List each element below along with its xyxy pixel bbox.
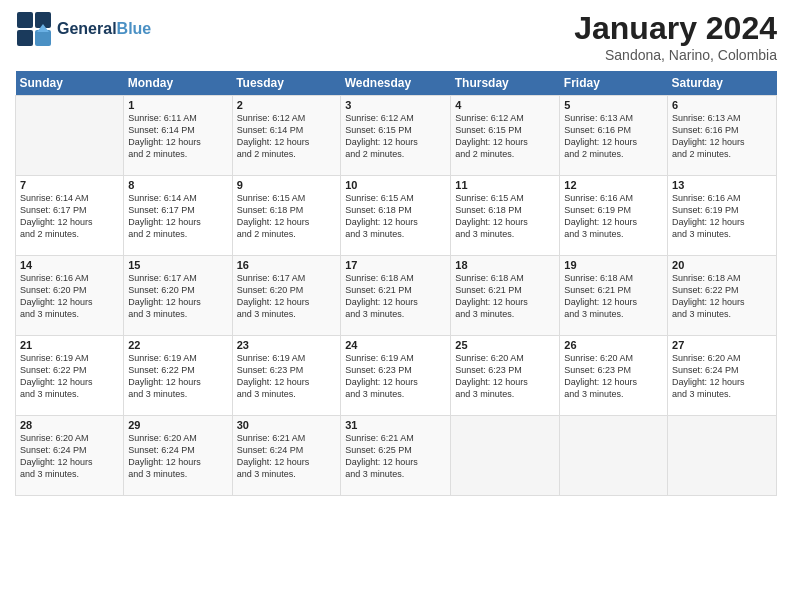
day-info: Sunrise: 6:14 AM Sunset: 6:17 PM Dayligh… — [128, 192, 227, 241]
day-info: Sunrise: 6:14 AM Sunset: 6:17 PM Dayligh… — [20, 192, 119, 241]
logo-blue: Blue — [117, 20, 152, 37]
day-info: Sunrise: 6:12 AM Sunset: 6:15 PM Dayligh… — [455, 112, 555, 161]
day-info: Sunrise: 6:16 AM Sunset: 6:19 PM Dayligh… — [564, 192, 663, 241]
calendar-cell — [16, 96, 124, 176]
calendar-cell: 22Sunrise: 6:19 AM Sunset: 6:22 PM Dayli… — [124, 336, 232, 416]
day-number: 14 — [20, 259, 119, 271]
logo-text-block: GeneralBlue — [57, 20, 151, 38]
calendar-cell — [668, 416, 777, 496]
calendar-cell: 31Sunrise: 6:21 AM Sunset: 6:25 PM Dayli… — [341, 416, 451, 496]
calendar-cell: 19Sunrise: 6:18 AM Sunset: 6:21 PM Dayli… — [560, 256, 668, 336]
day-info: Sunrise: 6:20 AM Sunset: 6:24 PM Dayligh… — [672, 352, 772, 401]
day-info: Sunrise: 6:17 AM Sunset: 6:20 PM Dayligh… — [128, 272, 227, 321]
col-sunday: Sunday — [16, 71, 124, 96]
col-wednesday: Wednesday — [341, 71, 451, 96]
day-number: 2 — [237, 99, 337, 111]
day-info: Sunrise: 6:20 AM Sunset: 6:24 PM Dayligh… — [128, 432, 227, 481]
day-number: 5 — [564, 99, 663, 111]
day-number: 6 — [672, 99, 772, 111]
calendar-cell: 25Sunrise: 6:20 AM Sunset: 6:23 PM Dayli… — [451, 336, 560, 416]
day-number: 25 — [455, 339, 555, 351]
calendar-cell: 21Sunrise: 6:19 AM Sunset: 6:22 PM Dayli… — [16, 336, 124, 416]
day-info: Sunrise: 6:20 AM Sunset: 6:24 PM Dayligh… — [20, 432, 119, 481]
day-info: Sunrise: 6:19 AM Sunset: 6:23 PM Dayligh… — [345, 352, 446, 401]
day-number: 7 — [20, 179, 119, 191]
day-info: Sunrise: 6:17 AM Sunset: 6:20 PM Dayligh… — [237, 272, 337, 321]
day-info: Sunrise: 6:20 AM Sunset: 6:23 PM Dayligh… — [455, 352, 555, 401]
day-number: 29 — [128, 419, 227, 431]
day-number: 24 — [345, 339, 446, 351]
calendar-cell: 3Sunrise: 6:12 AM Sunset: 6:15 PM Daylig… — [341, 96, 451, 176]
day-info: Sunrise: 6:21 AM Sunset: 6:24 PM Dayligh… — [237, 432, 337, 481]
day-number: 13 — [672, 179, 772, 191]
week-row-2: 14Sunrise: 6:16 AM Sunset: 6:20 PM Dayli… — [16, 256, 777, 336]
logo: GeneralBlue — [15, 10, 151, 48]
calendar-cell: 10Sunrise: 6:15 AM Sunset: 6:18 PM Dayli… — [341, 176, 451, 256]
day-info: Sunrise: 6:20 AM Sunset: 6:23 PM Dayligh… — [564, 352, 663, 401]
day-info: Sunrise: 6:15 AM Sunset: 6:18 PM Dayligh… — [237, 192, 337, 241]
calendar-cell: 18Sunrise: 6:18 AM Sunset: 6:21 PM Dayli… — [451, 256, 560, 336]
svg-rect-2 — [17, 30, 33, 46]
calendar-cell: 30Sunrise: 6:21 AM Sunset: 6:24 PM Dayli… — [232, 416, 341, 496]
calendar-cell: 11Sunrise: 6:15 AM Sunset: 6:18 PM Dayli… — [451, 176, 560, 256]
day-number: 28 — [20, 419, 119, 431]
day-info: Sunrise: 6:18 AM Sunset: 6:21 PM Dayligh… — [564, 272, 663, 321]
logo-icon — [15, 10, 53, 48]
month-title: January 2024 — [574, 10, 777, 47]
day-info: Sunrise: 6:18 AM Sunset: 6:21 PM Dayligh… — [345, 272, 446, 321]
day-number: 10 — [345, 179, 446, 191]
svg-rect-0 — [17, 12, 33, 28]
col-friday: Friday — [560, 71, 668, 96]
week-row-1: 7Sunrise: 6:14 AM Sunset: 6:17 PM Daylig… — [16, 176, 777, 256]
day-info: Sunrise: 6:11 AM Sunset: 6:14 PM Dayligh… — [128, 112, 227, 161]
day-number: 17 — [345, 259, 446, 271]
day-number: 9 — [237, 179, 337, 191]
calendar-cell: 28Sunrise: 6:20 AM Sunset: 6:24 PM Dayli… — [16, 416, 124, 496]
page-container: GeneralBlue January 2024 Sandona, Narino… — [0, 0, 792, 506]
calendar-cell: 27Sunrise: 6:20 AM Sunset: 6:24 PM Dayli… — [668, 336, 777, 416]
svg-marker-4 — [37, 32, 49, 44]
calendar-cell: 14Sunrise: 6:16 AM Sunset: 6:20 PM Dayli… — [16, 256, 124, 336]
day-info: Sunrise: 6:16 AM Sunset: 6:20 PM Dayligh… — [20, 272, 119, 321]
day-number: 20 — [672, 259, 772, 271]
day-info: Sunrise: 6:15 AM Sunset: 6:18 PM Dayligh… — [345, 192, 446, 241]
day-info: Sunrise: 6:12 AM Sunset: 6:15 PM Dayligh… — [345, 112, 446, 161]
header-row: Sunday Monday Tuesday Wednesday Thursday… — [16, 71, 777, 96]
calendar-cell: 2Sunrise: 6:12 AM Sunset: 6:14 PM Daylig… — [232, 96, 341, 176]
day-number: 27 — [672, 339, 772, 351]
header: GeneralBlue January 2024 Sandona, Narino… — [15, 10, 777, 63]
calendar-cell: 6Sunrise: 6:13 AM Sunset: 6:16 PM Daylig… — [668, 96, 777, 176]
day-number: 8 — [128, 179, 227, 191]
day-info: Sunrise: 6:13 AM Sunset: 6:16 PM Dayligh… — [672, 112, 772, 161]
title-block: January 2024 Sandona, Narino, Colombia — [574, 10, 777, 63]
day-info: Sunrise: 6:19 AM Sunset: 6:22 PM Dayligh… — [20, 352, 119, 401]
calendar-cell: 26Sunrise: 6:20 AM Sunset: 6:23 PM Dayli… — [560, 336, 668, 416]
calendar-table: Sunday Monday Tuesday Wednesday Thursday… — [15, 71, 777, 496]
calendar-cell — [560, 416, 668, 496]
day-info: Sunrise: 6:18 AM Sunset: 6:22 PM Dayligh… — [672, 272, 772, 321]
day-number: 19 — [564, 259, 663, 271]
col-thursday: Thursday — [451, 71, 560, 96]
col-saturday: Saturday — [668, 71, 777, 96]
calendar-cell: 8Sunrise: 6:14 AM Sunset: 6:17 PM Daylig… — [124, 176, 232, 256]
location-subtitle: Sandona, Narino, Colombia — [574, 47, 777, 63]
calendar-cell: 17Sunrise: 6:18 AM Sunset: 6:21 PM Dayli… — [341, 256, 451, 336]
day-info: Sunrise: 6:16 AM Sunset: 6:19 PM Dayligh… — [672, 192, 772, 241]
calendar-cell: 24Sunrise: 6:19 AM Sunset: 6:23 PM Dayli… — [341, 336, 451, 416]
calendar-cell — [451, 416, 560, 496]
week-row-4: 28Sunrise: 6:20 AM Sunset: 6:24 PM Dayli… — [16, 416, 777, 496]
day-number: 23 — [237, 339, 337, 351]
col-monday: Monday — [124, 71, 232, 96]
day-number: 1 — [128, 99, 227, 111]
day-number: 26 — [564, 339, 663, 351]
calendar-cell: 16Sunrise: 6:17 AM Sunset: 6:20 PM Dayli… — [232, 256, 341, 336]
calendar-cell: 29Sunrise: 6:20 AM Sunset: 6:24 PM Dayli… — [124, 416, 232, 496]
calendar-cell: 4Sunrise: 6:12 AM Sunset: 6:15 PM Daylig… — [451, 96, 560, 176]
logo-general: General — [57, 20, 117, 37]
calendar-cell: 12Sunrise: 6:16 AM Sunset: 6:19 PM Dayli… — [560, 176, 668, 256]
day-number: 12 — [564, 179, 663, 191]
calendar-cell: 15Sunrise: 6:17 AM Sunset: 6:20 PM Dayli… — [124, 256, 232, 336]
week-row-3: 21Sunrise: 6:19 AM Sunset: 6:22 PM Dayli… — [16, 336, 777, 416]
day-number: 16 — [237, 259, 337, 271]
calendar-cell: 13Sunrise: 6:16 AM Sunset: 6:19 PM Dayli… — [668, 176, 777, 256]
